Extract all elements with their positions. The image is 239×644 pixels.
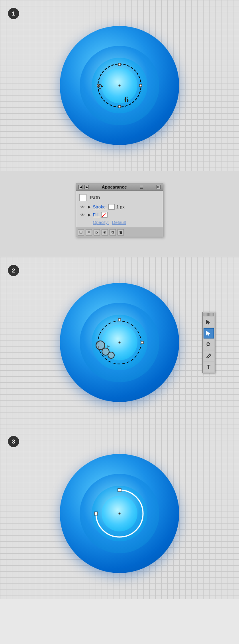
tool-panel: T <box>202 312 215 373</box>
panel-footer: ☐ ≡ fx ⊘ ⧉ 🗑 <box>76 228 163 237</box>
step1-section: 1 ⟳ 6 <box>0 0 239 171</box>
object-label-row: Path <box>78 193 161 203</box>
object-swatch <box>79 194 86 201</box>
opacity-row: Opacity: Default <box>78 219 161 226</box>
fill-color-swatch[interactable] <box>101 212 108 218</box>
disc-outer-2: ✂ <box>60 283 179 402</box>
svg-rect-4 <box>118 488 121 492</box>
anchor-right <box>139 84 142 87</box>
center-dot-2 <box>119 342 121 344</box>
disc-outer-1: ⟳ 6 <box>60 26 179 145</box>
fill-label[interactable]: Fill: <box>93 212 100 217</box>
center-dot-3 <box>119 513 121 515</box>
fill-row: 👁 ▶ Fill: <box>78 211 161 219</box>
panel-scroll-left[interactable]: ◀ <box>78 185 83 189</box>
tool-direct-selection[interactable] <box>204 328 214 339</box>
step3-badge: 3 <box>8 436 19 447</box>
anchor-bottom <box>118 105 121 108</box>
step3-section: 3 <box>0 428 239 599</box>
tool-lasso[interactable] <box>204 339 214 350</box>
object-type-label: Path <box>90 195 100 200</box>
panel-body: Path 👁 ▶ Stroke: 1 px 👁 ▶ Fill: <box>76 191 163 228</box>
tool-text[interactable]: T <box>204 362 214 372</box>
tool-pen[interactable] <box>204 350 214 361</box>
opacity-label[interactable]: Opacity: <box>93 220 109 225</box>
stroke-label[interactable]: Stroke: <box>93 204 107 209</box>
rotate-cursor-icon: ⟳ <box>98 82 104 91</box>
svg-marker-1 <box>206 320 210 325</box>
step1-badge: 1 <box>8 8 19 19</box>
fx-button[interactable]: fx <box>94 229 100 235</box>
scissors-circle-3 <box>108 352 115 359</box>
panel-titlebar: ◀ ▶ Appearance ☰ ✕ <box>76 183 163 191</box>
panel-close-button[interactable]: ✕ <box>156 185 161 189</box>
anchor2-top <box>118 319 121 321</box>
stroke-visibility-icon[interactable]: 👁 <box>79 204 86 209</box>
svg-rect-5 <box>94 512 98 515</box>
disc-outer-3 <box>60 454 179 573</box>
panel-title: Appearance <box>102 185 127 189</box>
tool-panel-header <box>204 313 214 316</box>
svg-marker-2 <box>206 331 210 336</box>
fill-visibility-icon[interactable]: 👁 <box>79 212 86 217</box>
appearance-panel: ◀ ▶ Appearance ☰ ✕ Path 👁 ▶ Stroke: <box>76 183 163 237</box>
anchor-top <box>118 63 121 66</box>
duplicate-button[interactable]: ⧉ <box>110 229 116 235</box>
opacity-value[interactable]: Default <box>112 220 126 225</box>
step2-section: 2 ✂ <box>0 257 239 428</box>
stroke-value: 1 px <box>116 204 125 209</box>
delete-button[interactable]: 🗑 <box>118 229 124 235</box>
add-stroke-fill-button[interactable]: ≡ <box>86 229 92 235</box>
stroke-expand-arrow[interactable]: ▶ <box>87 205 91 209</box>
panel-menu-button[interactable]: ☰ <box>140 185 143 189</box>
center-dot-1 <box>119 85 121 87</box>
svg-line-3 <box>207 345 208 346</box>
tool-selection[interactable] <box>204 317 214 327</box>
add-new-effect-button[interactable]: ☐ <box>78 229 84 235</box>
panel-section: ◀ ▶ Appearance ☰ ✕ Path 👁 ▶ Stroke: <box>0 171 239 257</box>
panel-scroll-right[interactable]: ▶ <box>84 185 89 189</box>
step2-badge: 2 <box>8 265 19 276</box>
stroke-color-swatch[interactable] <box>108 204 115 210</box>
clear-button[interactable]: ⊘ <box>102 229 108 235</box>
fill-expand-arrow[interactable]: ▶ <box>87 213 91 217</box>
stroke-row: 👁 ▶ Stroke: 1 px <box>78 203 161 211</box>
number-6-label: 6 <box>124 94 129 105</box>
anchor2-right <box>141 341 144 344</box>
